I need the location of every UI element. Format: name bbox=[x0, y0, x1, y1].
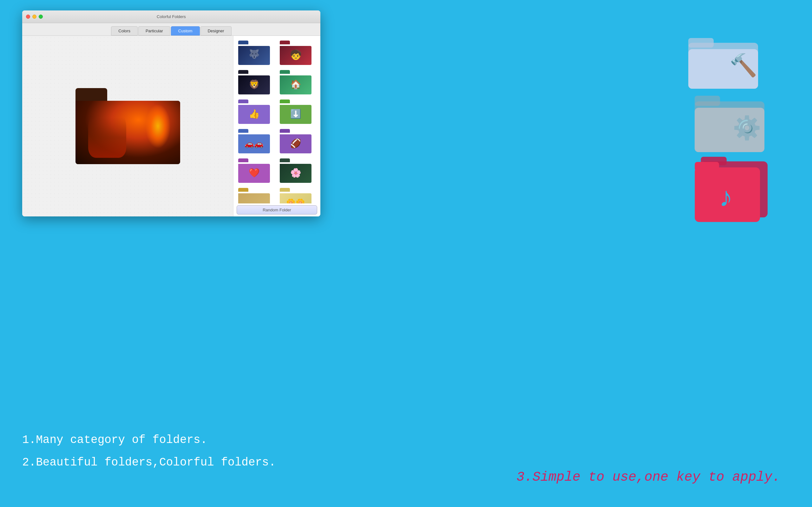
maximize-button[interactable] bbox=[39, 14, 43, 19]
svg-text:🌸: 🌸 bbox=[290, 168, 301, 178]
preview-pane bbox=[22, 36, 233, 216]
window-title: Colorful Folders bbox=[157, 14, 186, 19]
tab-custom[interactable]: Custom bbox=[171, 26, 200, 36]
folder-grid[interactable]: 🐺 🧒 🦁 bbox=[234, 36, 320, 204]
close-button[interactable] bbox=[26, 14, 30, 19]
list-item[interactable]: 🌸 bbox=[278, 157, 313, 184]
list-item[interactable]: 🦁 bbox=[237, 68, 271, 95]
app-window: Colorful Folders Colors Particular Custo… bbox=[22, 10, 320, 216]
svg-text:🔨: 🔨 bbox=[729, 52, 757, 78]
svg-text:♪: ♪ bbox=[719, 181, 733, 212]
folder-tab bbox=[75, 88, 107, 102]
svg-text:🏠: 🏠 bbox=[290, 79, 301, 90]
tab-particular[interactable]: Particular bbox=[138, 26, 170, 36]
list-item[interactable]: 🏠 bbox=[278, 68, 313, 95]
list-item[interactable] bbox=[237, 186, 271, 204]
feature-2: 2.Beautiful folders,Colorful folders. bbox=[22, 456, 275, 469]
svg-text:⬇️: ⬇️ bbox=[290, 109, 301, 119]
random-folder-button[interactable]: Random Folder bbox=[237, 205, 317, 215]
deco-folder-music: ♪ bbox=[695, 155, 771, 225]
grid-panel: 🐺 🧒 🦁 bbox=[233, 36, 320, 216]
folder-artwork bbox=[75, 101, 180, 164]
svg-rect-13 bbox=[688, 38, 714, 48]
deco-folder-system: ⚙️ bbox=[695, 89, 764, 152]
svg-rect-17 bbox=[695, 96, 720, 106]
minimize-button[interactable] bbox=[32, 14, 37, 19]
deco-folder-tools: 🔨 bbox=[688, 32, 758, 89]
folder-body bbox=[75, 101, 180, 164]
svg-text:🐺: 🐺 bbox=[249, 49, 260, 59]
list-item[interactable]: 🏈 bbox=[278, 127, 313, 154]
svg-text:🏈: 🏈 bbox=[290, 138, 301, 149]
traffic-lights bbox=[26, 14, 43, 19]
svg-text:🚗🚗: 🚗🚗 bbox=[245, 139, 264, 148]
list-item[interactable]: ⬇️ bbox=[278, 98, 313, 125]
list-item[interactable]: 👍 bbox=[237, 98, 271, 125]
list-item[interactable]: 🐺 bbox=[237, 39, 271, 66]
tab-designer[interactable]: Designer bbox=[200, 26, 232, 36]
list-item[interactable]: 🌼🌼 bbox=[278, 186, 313, 204]
folder-preview bbox=[75, 88, 180, 164]
list-item[interactable]: 🚗🚗 bbox=[237, 127, 271, 154]
features-section: 1.Many category of folders. 2.Beautiful … bbox=[22, 434, 275, 478]
svg-text:🧒: 🧒 bbox=[290, 49, 302, 60]
svg-text:❤️: ❤️ bbox=[249, 168, 260, 178]
tab-colors[interactable]: Colors bbox=[111, 26, 138, 36]
tabs-bar: Colors Particular Custom Designer bbox=[22, 23, 320, 36]
title-bar: Colorful Folders bbox=[22, 10, 320, 23]
list-item[interactable]: ❤️ bbox=[237, 157, 271, 184]
svg-text:👍: 👍 bbox=[249, 109, 260, 119]
list-item[interactable]: 🧒 bbox=[278, 39, 313, 66]
svg-rect-23 bbox=[695, 162, 719, 171]
feature-1: 1.Many category of folders. bbox=[22, 434, 275, 447]
svg-text:🌼🌼: 🌼🌼 bbox=[286, 198, 305, 204]
svg-text:⚙️: ⚙️ bbox=[733, 114, 761, 141]
feature-3: 3.Simple to use,one key to apply. bbox=[516, 469, 780, 485]
content-area: 🐺 🧒 🦁 bbox=[22, 36, 320, 216]
svg-text:🦁: 🦁 bbox=[249, 79, 260, 90]
